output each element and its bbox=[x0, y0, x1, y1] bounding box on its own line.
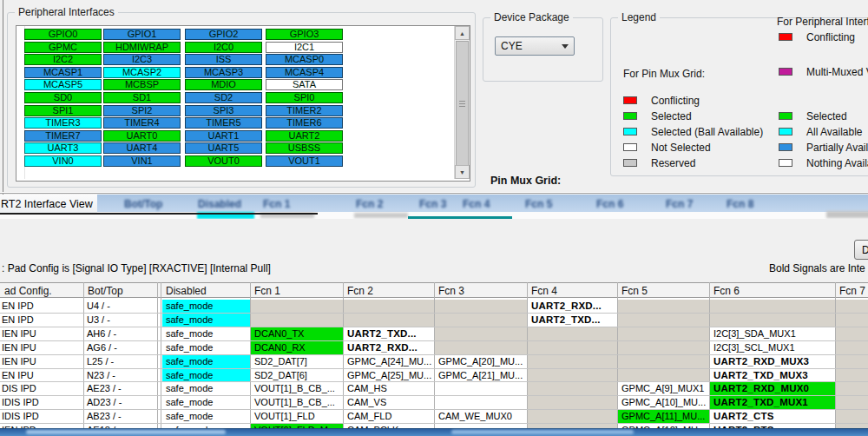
mux-cell[interactable] bbox=[528, 396, 617, 409]
mux-cell[interactable] bbox=[836, 382, 868, 395]
peripheral-cell-gpio2[interactable]: GPIO2 bbox=[185, 29, 262, 40]
pad-config-cell[interactable]: DIS IPD bbox=[2, 382, 36, 395]
mux-cell[interactable]: GPMC_A[10]_MU... bbox=[618, 396, 709, 409]
mux-cell[interactable] bbox=[435, 382, 527, 395]
peripheral-cell-mdio[interactable]: MDIO bbox=[185, 79, 262, 90]
pad-config-cell[interactable]: IDIS IPD bbox=[2, 410, 39, 423]
mux-cell[interactable] bbox=[344, 314, 434, 327]
mux-cell[interactable]: CAM_FLD bbox=[344, 410, 434, 423]
peripheral-cell-i2c0[interactable]: I2C0 bbox=[185, 42, 262, 53]
mux-cell[interactable] bbox=[836, 341, 868, 354]
mux-cell[interactable] bbox=[528, 410, 617, 423]
pad-config-cell[interactable]: EN IPD bbox=[2, 300, 34, 313]
peripheral-cell-uart4[interactable]: UART4 bbox=[103, 142, 181, 154]
mux-cell[interactable] bbox=[618, 300, 709, 313]
peripheral-cell-timer2[interactable]: TIMER2 bbox=[266, 105, 343, 116]
peripheral-cell-gpio1[interactable]: GPIO1 bbox=[103, 29, 181, 40]
peripheral-cell-mcasp0[interactable]: MCASP0 bbox=[266, 54, 343, 65]
peripheral-cell-spi0[interactable]: SPI0 bbox=[266, 92, 343, 103]
mux-cell[interactable] bbox=[528, 355, 617, 368]
mux-cell[interactable]: CAM_VS bbox=[344, 396, 434, 409]
mux-cell[interactable]: GPMC_A[9]_MUX1 bbox=[618, 382, 709, 395]
mux-cell[interactable]: VOUT[1]_FLD bbox=[251, 410, 343, 423]
peripheral-cell-uart3[interactable]: UART3 bbox=[24, 142, 102, 154]
mux-cell[interactable]: safe_mode bbox=[162, 382, 250, 395]
mux-cell[interactable]: UART2_TXD... bbox=[528, 314, 617, 327]
scroll-up-icon[interactable]: ▲ bbox=[455, 26, 470, 40]
mux-cell[interactable]: SD2_DAT[7] bbox=[251, 355, 343, 368]
peripheral-cell-mcasp2[interactable]: MCASP2 bbox=[103, 67, 181, 78]
peripheral-cell-sata[interactable]: SATA bbox=[266, 79, 343, 90]
peripheral-cell-mcasp5[interactable]: MCASP5 bbox=[24, 79, 102, 90]
peripheral-cell-timer5[interactable]: TIMER5 bbox=[185, 117, 262, 129]
mux-cell[interactable]: UART2_RXD... bbox=[344, 341, 434, 354]
mux-cell[interactable] bbox=[836, 314, 868, 327]
mux-cell[interactable]: GPMC_A[25]_MU... bbox=[344, 369, 434, 382]
scroll-down-icon[interactable]: ▼ bbox=[455, 165, 470, 179]
mux-cell[interactable] bbox=[618, 327, 709, 340]
mux-cell[interactable]: CAM_WE_MUX0 bbox=[435, 410, 527, 423]
mux-cell[interactable]: UART2_RXD_MUX3 bbox=[710, 355, 835, 368]
mux-cell[interactable] bbox=[528, 382, 617, 395]
peripheral-cell-spi2[interactable]: SPI2 bbox=[103, 105, 181, 116]
pad-config-cell[interactable]: IDIS IPD bbox=[2, 396, 39, 409]
device-package-combobox[interactable]: CYE bbox=[495, 36, 575, 56]
mux-cell[interactable] bbox=[618, 314, 709, 327]
mux-cell[interactable] bbox=[710, 300, 835, 313]
mux-cell[interactable]: DCAN0_RX bbox=[251, 341, 343, 354]
mux-cell[interactable]: safe_mode bbox=[162, 314, 250, 327]
mux-cell[interactable]: safe_mode bbox=[162, 300, 250, 313]
ball-cell[interactable]: AB23 / - bbox=[87, 410, 122, 423]
pad-config-cell[interactable]: IEN IPU bbox=[2, 355, 36, 368]
peripheral-scrollbar[interactable]: ▲ ▼ bbox=[454, 26, 470, 179]
peripheral-cell-gpio0[interactable]: GPIO0 bbox=[24, 29, 102, 40]
peripheral-cell-vout1[interactable]: VOUT1 bbox=[266, 155, 343, 167]
mux-cell[interactable] bbox=[710, 314, 835, 327]
mux-cell[interactable]: GPMC_A[24]_MU... bbox=[344, 355, 434, 368]
mux-cell[interactable]: UART2_TXD_MUX1 bbox=[710, 396, 835, 409]
mux-cell[interactable] bbox=[344, 300, 434, 313]
peripheral-cell-sd2[interactable]: SD2 bbox=[185, 92, 262, 103]
peripheral-cell-mcasp1[interactable]: MCASP1 bbox=[24, 67, 102, 78]
mux-cell[interactable] bbox=[528, 341, 617, 354]
peripheral-cell-timer6[interactable]: TIMER6 bbox=[266, 117, 343, 129]
peripheral-cell-vout0[interactable]: VOUT0 bbox=[185, 155, 262, 167]
peripheral-cell-vin0[interactable]: VIN0 bbox=[24, 155, 102, 167]
mux-cell[interactable]: I2C[3]_SDA_MUX1 bbox=[710, 327, 835, 340]
mux-cell[interactable]: DCAN0_TX bbox=[251, 327, 343, 340]
mux-cell[interactable]: safe_mode bbox=[162, 355, 250, 368]
ball-cell[interactable]: L25 / - bbox=[87, 355, 114, 368]
mux-cell[interactable]: safe_mode bbox=[162, 327, 250, 340]
mux-cell[interactable] bbox=[836, 327, 868, 340]
mux-cell[interactable]: safe_mode bbox=[162, 396, 250, 409]
peripheral-cell-uart2[interactable]: UART2 bbox=[266, 130, 343, 142]
mux-cell[interactable]: safe_mode bbox=[162, 341, 250, 354]
mux-cell[interactable]: GPMC_A[11]_MU... bbox=[618, 410, 709, 423]
mux-cell[interactable] bbox=[251, 300, 343, 313]
peripheral-cell-timer4[interactable]: TIMER4 bbox=[103, 117, 181, 129]
peripheral-cell-sd0[interactable]: SD0 bbox=[24, 92, 102, 103]
mux-cell[interactable] bbox=[836, 369, 868, 382]
peripheral-cell-mcbsp[interactable]: MCBSP bbox=[103, 79, 181, 90]
partial-button[interactable]: D bbox=[854, 240, 868, 260]
mux-cell[interactable]: VOUT[1]_B_CB_... bbox=[251, 396, 343, 409]
peripheral-cell-uart5[interactable]: UART5 bbox=[185, 142, 262, 154]
mux-cell[interactable] bbox=[435, 396, 527, 409]
mux-cell[interactable]: SD2_DAT[6] bbox=[251, 369, 343, 382]
mux-cell[interactable]: UART2_TXD... bbox=[344, 327, 434, 340]
ball-cell[interactable]: AH6 / - bbox=[87, 327, 116, 340]
mux-cell[interactable]: GPMC_A[21]_MU... bbox=[435, 369, 527, 382]
mux-cell[interactable]: UART2_RXD... bbox=[528, 300, 617, 313]
ball-cell[interactable]: AG6 / - bbox=[87, 341, 117, 354]
peripheral-cell-uart0[interactable]: UART0 bbox=[103, 130, 181, 142]
mux-cell[interactable] bbox=[435, 341, 527, 354]
peripheral-cell-gpio3[interactable]: GPIO3 bbox=[266, 29, 343, 40]
peripheral-cell-i2c3[interactable]: I2C3 bbox=[103, 54, 181, 65]
mux-cell[interactable]: UART2_CTS bbox=[710, 410, 835, 423]
scrollbar-thumb[interactable] bbox=[456, 41, 469, 166]
mux-cell[interactable]: UART2_RXD_MUX0 bbox=[710, 382, 835, 395]
mux-cell[interactable]: I2C[3]_SCL_MUX1 bbox=[710, 341, 835, 354]
peripheral-cell-usbss[interactable]: USBSS bbox=[266, 142, 343, 154]
mux-cell[interactable]: GPMC_A[20]_MU... bbox=[435, 355, 527, 368]
pad-config-cell[interactable]: EN IPD bbox=[2, 314, 34, 327]
